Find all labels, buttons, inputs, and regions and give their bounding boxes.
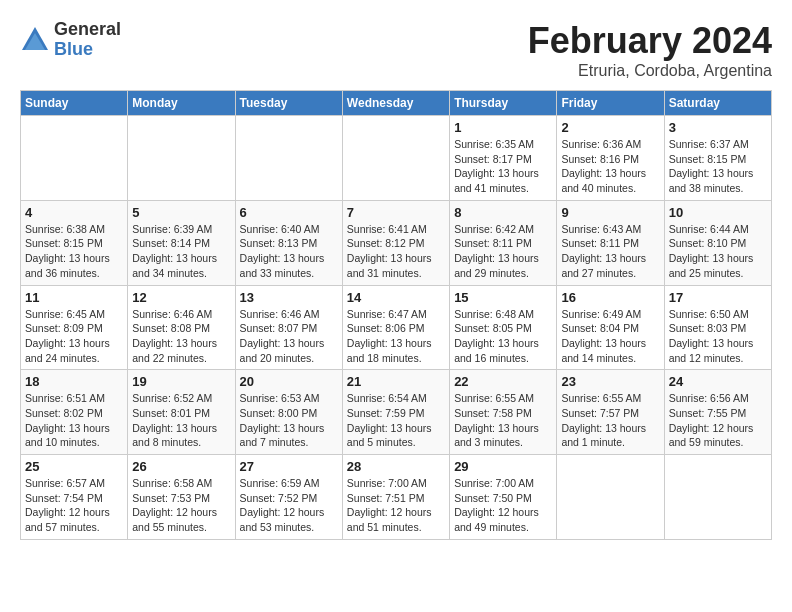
calendar-cell: 6Sunrise: 6:40 AMSunset: 8:13 PMDaylight…: [235, 200, 342, 285]
calendar-cell: 8Sunrise: 6:42 AMSunset: 8:11 PMDaylight…: [450, 200, 557, 285]
day-number: 11: [25, 290, 123, 305]
day-number: 7: [347, 205, 445, 220]
calendar-cell: 14Sunrise: 6:47 AMSunset: 8:06 PMDayligh…: [342, 285, 449, 370]
day-info: Sunrise: 6:43 AMSunset: 8:11 PMDaylight:…: [561, 222, 659, 281]
logo-icon: [20, 25, 50, 55]
day-info: Sunrise: 6:46 AMSunset: 8:08 PMDaylight:…: [132, 307, 230, 366]
weekday-header-sunday: Sunday: [21, 91, 128, 116]
calendar-cell: 21Sunrise: 6:54 AMSunset: 7:59 PMDayligh…: [342, 370, 449, 455]
calendar-table: SundayMondayTuesdayWednesdayThursdayFrid…: [20, 90, 772, 540]
calendar-cell: 28Sunrise: 7:00 AMSunset: 7:51 PMDayligh…: [342, 455, 449, 540]
day-number: 17: [669, 290, 767, 305]
weekday-header-wednesday: Wednesday: [342, 91, 449, 116]
calendar-cell: 26Sunrise: 6:58 AMSunset: 7:53 PMDayligh…: [128, 455, 235, 540]
calendar-subtitle: Etruria, Cordoba, Argentina: [528, 62, 772, 80]
day-number: 16: [561, 290, 659, 305]
calendar-cell: 27Sunrise: 6:59 AMSunset: 7:52 PMDayligh…: [235, 455, 342, 540]
calendar-cell: 1Sunrise: 6:35 AMSunset: 8:17 PMDaylight…: [450, 116, 557, 201]
day-info: Sunrise: 6:56 AMSunset: 7:55 PMDaylight:…: [669, 391, 767, 450]
day-info: Sunrise: 6:52 AMSunset: 8:01 PMDaylight:…: [132, 391, 230, 450]
day-number: 24: [669, 374, 767, 389]
day-info: Sunrise: 6:42 AMSunset: 8:11 PMDaylight:…: [454, 222, 552, 281]
day-number: 6: [240, 205, 338, 220]
weekday-header-tuesday: Tuesday: [235, 91, 342, 116]
calendar-cell: [557, 455, 664, 540]
calendar-cell: [21, 116, 128, 201]
day-number: 10: [669, 205, 767, 220]
calendar-cell: 3Sunrise: 6:37 AMSunset: 8:15 PMDaylight…: [664, 116, 771, 201]
calendar-cell: 4Sunrise: 6:38 AMSunset: 8:15 PMDaylight…: [21, 200, 128, 285]
day-info: Sunrise: 6:41 AMSunset: 8:12 PMDaylight:…: [347, 222, 445, 281]
calendar-cell: 22Sunrise: 6:55 AMSunset: 7:58 PMDayligh…: [450, 370, 557, 455]
day-info: Sunrise: 6:48 AMSunset: 8:05 PMDaylight:…: [454, 307, 552, 366]
day-number: 13: [240, 290, 338, 305]
calendar-cell: 11Sunrise: 6:45 AMSunset: 8:09 PMDayligh…: [21, 285, 128, 370]
day-number: 18: [25, 374, 123, 389]
day-number: 3: [669, 120, 767, 135]
weekday-header-monday: Monday: [128, 91, 235, 116]
calendar-cell: 12Sunrise: 6:46 AMSunset: 8:08 PMDayligh…: [128, 285, 235, 370]
day-info: Sunrise: 6:36 AMSunset: 8:16 PMDaylight:…: [561, 137, 659, 196]
day-info: Sunrise: 6:38 AMSunset: 8:15 PMDaylight:…: [25, 222, 123, 281]
day-info: Sunrise: 6:55 AMSunset: 7:57 PMDaylight:…: [561, 391, 659, 450]
calendar-cell: 17Sunrise: 6:50 AMSunset: 8:03 PMDayligh…: [664, 285, 771, 370]
day-number: 4: [25, 205, 123, 220]
calendar-week-row: 11Sunrise: 6:45 AMSunset: 8:09 PMDayligh…: [21, 285, 772, 370]
day-info: Sunrise: 6:54 AMSunset: 7:59 PMDaylight:…: [347, 391, 445, 450]
calendar-cell: 13Sunrise: 6:46 AMSunset: 8:07 PMDayligh…: [235, 285, 342, 370]
day-number: 23: [561, 374, 659, 389]
day-info: Sunrise: 6:44 AMSunset: 8:10 PMDaylight:…: [669, 222, 767, 281]
day-info: Sunrise: 6:37 AMSunset: 8:15 PMDaylight:…: [669, 137, 767, 196]
calendar-cell: 10Sunrise: 6:44 AMSunset: 8:10 PMDayligh…: [664, 200, 771, 285]
calendar-cell: 5Sunrise: 6:39 AMSunset: 8:14 PMDaylight…: [128, 200, 235, 285]
day-info: Sunrise: 7:00 AMSunset: 7:51 PMDaylight:…: [347, 476, 445, 535]
calendar-cell: 29Sunrise: 7:00 AMSunset: 7:50 PMDayligh…: [450, 455, 557, 540]
calendar-week-row: 18Sunrise: 6:51 AMSunset: 8:02 PMDayligh…: [21, 370, 772, 455]
day-number: 27: [240, 459, 338, 474]
calendar-cell: [235, 116, 342, 201]
calendar-week-row: 4Sunrise: 6:38 AMSunset: 8:15 PMDaylight…: [21, 200, 772, 285]
day-number: 28: [347, 459, 445, 474]
calendar-cell: [664, 455, 771, 540]
calendar-cell: 16Sunrise: 6:49 AMSunset: 8:04 PMDayligh…: [557, 285, 664, 370]
weekday-header-thursday: Thursday: [450, 91, 557, 116]
calendar-cell: 9Sunrise: 6:43 AMSunset: 8:11 PMDaylight…: [557, 200, 664, 285]
calendar-cell: 25Sunrise: 6:57 AMSunset: 7:54 PMDayligh…: [21, 455, 128, 540]
day-info: Sunrise: 6:51 AMSunset: 8:02 PMDaylight:…: [25, 391, 123, 450]
calendar-cell: 15Sunrise: 6:48 AMSunset: 8:05 PMDayligh…: [450, 285, 557, 370]
day-number: 21: [347, 374, 445, 389]
calendar-cell: [342, 116, 449, 201]
calendar-week-row: 1Sunrise: 6:35 AMSunset: 8:17 PMDaylight…: [21, 116, 772, 201]
day-info: Sunrise: 6:40 AMSunset: 8:13 PMDaylight:…: [240, 222, 338, 281]
calendar-cell: 23Sunrise: 6:55 AMSunset: 7:57 PMDayligh…: [557, 370, 664, 455]
calendar-week-row: 25Sunrise: 6:57 AMSunset: 7:54 PMDayligh…: [21, 455, 772, 540]
day-number: 29: [454, 459, 552, 474]
day-info: Sunrise: 6:59 AMSunset: 7:52 PMDaylight:…: [240, 476, 338, 535]
day-number: 19: [132, 374, 230, 389]
day-number: 5: [132, 205, 230, 220]
day-info: Sunrise: 6:53 AMSunset: 8:00 PMDaylight:…: [240, 391, 338, 450]
day-number: 9: [561, 205, 659, 220]
calendar-cell: 20Sunrise: 6:53 AMSunset: 8:00 PMDayligh…: [235, 370, 342, 455]
calendar-title: February 2024: [528, 20, 772, 62]
page-header: General Blue February 2024 Etruria, Cord…: [20, 20, 772, 80]
day-number: 25: [25, 459, 123, 474]
day-info: Sunrise: 6:50 AMSunset: 8:03 PMDaylight:…: [669, 307, 767, 366]
day-info: Sunrise: 6:58 AMSunset: 7:53 PMDaylight:…: [132, 476, 230, 535]
title-section: February 2024 Etruria, Cordoba, Argentin…: [528, 20, 772, 80]
day-info: Sunrise: 7:00 AMSunset: 7:50 PMDaylight:…: [454, 476, 552, 535]
day-number: 2: [561, 120, 659, 135]
day-number: 20: [240, 374, 338, 389]
day-info: Sunrise: 6:57 AMSunset: 7:54 PMDaylight:…: [25, 476, 123, 535]
day-info: Sunrise: 6:49 AMSunset: 8:04 PMDaylight:…: [561, 307, 659, 366]
day-info: Sunrise: 6:47 AMSunset: 8:06 PMDaylight:…: [347, 307, 445, 366]
day-number: 1: [454, 120, 552, 135]
weekday-header-saturday: Saturday: [664, 91, 771, 116]
weekday-header-friday: Friday: [557, 91, 664, 116]
logo: General Blue: [20, 20, 121, 60]
day-info: Sunrise: 6:35 AMSunset: 8:17 PMDaylight:…: [454, 137, 552, 196]
logo-general-text: General: [54, 20, 121, 40]
day-info: Sunrise: 6:55 AMSunset: 7:58 PMDaylight:…: [454, 391, 552, 450]
day-number: 15: [454, 290, 552, 305]
calendar-cell: [128, 116, 235, 201]
